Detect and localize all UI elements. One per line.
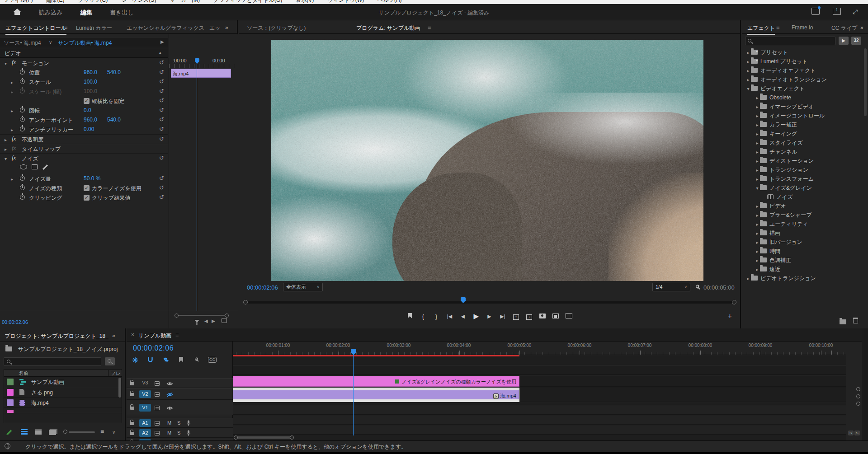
delete-icon[interactable] — [853, 318, 858, 323]
checkbox-checked-icon[interactable] — [84, 195, 90, 201]
stopwatch-icon[interactable] — [20, 185, 25, 190]
sync-lock-icon[interactable] — [155, 392, 160, 397]
menu-edit[interactable]: 編集(E) — [46, 0, 64, 4]
meter-solo-badge[interactable]: S — [854, 431, 860, 435]
lock-icon[interactable] — [130, 432, 134, 435]
tree-obsolete[interactable]: Obsolete — [742, 93, 863, 102]
project-item-sequence[interactable]: サンプル動画 — [4, 377, 122, 387]
checkbox-checked-icon[interactable] — [84, 98, 90, 104]
reset-icon[interactable]: ↺ — [159, 78, 164, 85]
meter-solo-badge[interactable]: S — [848, 431, 854, 435]
tree-noise-grain[interactable]: ノイズ&グレイン — [742, 183, 863, 192]
tree-audio-transitions[interactable]: オーディオトランジション — [742, 75, 863, 84]
fullscreen-icon[interactable]: ⤢ — [853, 8, 858, 16]
anchor-y-value[interactable]: 540.0 — [107, 117, 121, 123]
stopwatch-icon[interactable] — [20, 117, 25, 122]
track-head-a1[interactable]: A1 M S — [127, 418, 233, 428]
accelerated-effects-badge[interactable]: ▶̶ — [839, 37, 849, 45]
comparison-view-icon[interactable] — [550, 313, 561, 320]
tab-effects[interactable]: エフェクト — [747, 24, 775, 32]
search-bin-icon[interactable] — [105, 357, 115, 365]
list-view-icon[interactable] — [21, 429, 28, 435]
tab-sequence[interactable]: サンプル動画 — [138, 332, 171, 340]
menu-file[interactable]: ファイル(F) — [4, 0, 33, 4]
chevron-right-icon[interactable] — [755, 229, 760, 238]
tree-keying[interactable]: キーイング — [742, 129, 863, 138]
panel-menu-icon[interactable]: ≡ — [64, 24, 68, 31]
track-a1-lane[interactable] — [233, 405, 846, 415]
tree-channel[interactable]: チャンネル — [742, 147, 863, 156]
chevron-right-icon[interactable] — [755, 174, 760, 184]
lock-icon[interactable] — [130, 382, 134, 385]
program-video-preview[interactable] — [271, 40, 703, 281]
chevron-right-icon[interactable] — [755, 156, 760, 166]
effect-opacity[interactable]: fx 不透明度 ↺ — [0, 134, 168, 144]
tab-source-monitor[interactable]: ソース：(クリップなし) — [247, 24, 306, 32]
mute-button[interactable]: M — [167, 430, 171, 435]
fx-icon[interactable]: fx — [12, 135, 16, 142]
sync-lock-icon[interactable] — [155, 406, 160, 410]
snap-magnet-icon[interactable] — [147, 357, 153, 363]
chevron-right-icon[interactable] — [755, 247, 760, 256]
tree-video-transitions[interactable]: ビデオトランジション — [742, 274, 863, 283]
tab-overflow-icon[interactable]: » — [225, 24, 228, 31]
reset-icon[interactable]: ↺ — [159, 136, 164, 142]
tab-edit[interactable]: 編集 — [80, 9, 92, 17]
ecp-zoom-bar[interactable] — [177, 315, 227, 316]
effect-motion[interactable]: fx モーション ↺ — [0, 58, 168, 68]
chevron-right-icon[interactable] — [11, 108, 13, 114]
stopwatch-icon[interactable] — [20, 79, 25, 84]
checkbox-checked-icon[interactable] — [84, 185, 90, 191]
step-forward-icon[interactable]: ▶ — [484, 314, 495, 319]
label-chip[interactable] — [7, 379, 14, 385]
zoom-slider-track[interactable] — [69, 431, 95, 433]
prev-keyframe-icon[interactable]: ◀ — [204, 318, 208, 323]
tree-audio-effects[interactable]: オーディオエフェクト — [742, 66, 863, 75]
param-scale[interactable]: スケール 100.0 ↺ — [0, 77, 168, 87]
chevron-down-icon[interactable] — [745, 84, 751, 94]
tab-overflow-clipped[interactable]: エッ — [209, 24, 221, 32]
chevron-down-icon[interactable]: ∨ — [112, 430, 115, 435]
tab-export[interactable]: 書き出し — [110, 9, 134, 17]
clip-sea-video[interactable]: fx 海.mp4 — [233, 388, 519, 402]
sync-lock-icon[interactable] — [155, 421, 160, 426]
project-item-partial[interactable] — [4, 408, 122, 413]
chevron-right-icon[interactable] — [5, 136, 7, 143]
reset-icon[interactable]: ↺ — [159, 154, 164, 161]
sync-status-icon[interactable] — [5, 443, 10, 449]
solo-button[interactable]: S — [177, 420, 180, 426]
track-v1-lane[interactable]: fx 海.mp4 — [233, 387, 846, 402]
chevron-right-icon[interactable] — [745, 274, 751, 283]
param-antiflicker[interactable]: アンチフリッカー 0.00 ↺ — [0, 125, 168, 134]
reset-icon[interactable]: ↺ — [159, 116, 164, 123]
tab-program-monitor[interactable]: プログラム: サンプル動画 — [356, 24, 420, 32]
32bit-color-badge[interactable]: 32 — [851, 37, 861, 45]
track-target-v3[interactable]: V3 — [139, 380, 151, 385]
antiflicker-value[interactable]: 0.00 — [84, 126, 94, 132]
tab-overflow-icon[interactable]: » — [860, 24, 863, 31]
zoom-slider-handle[interactable] — [63, 430, 67, 434]
freeform-view-icon[interactable] — [49, 430, 56, 435]
chevron-right-icon[interactable] — [755, 120, 760, 130]
track-target-a2[interactable]: A2 — [139, 429, 151, 437]
menu-graphics[interactable]: グラフィックとタイトル(G) — [213, 0, 282, 4]
goto-out-icon[interactable]: ▶| — [497, 314, 509, 319]
panel-menu-icon[interactable]: ≡ — [175, 332, 179, 338]
fx-icon[interactable]: fx — [12, 59, 16, 66]
param-uniform-scale[interactable]: 縦横比を固定 ↺ — [0, 96, 168, 106]
position-y-value[interactable]: 540.0 — [107, 69, 121, 75]
stopwatch-icon[interactable] — [20, 195, 25, 200]
mute-button[interactable]: M — [167, 420, 171, 426]
extract-icon[interactable]: ↓ — [524, 313, 535, 320]
tab-cc-libraries[interactable]: CC ライブ — [831, 24, 858, 32]
param-position[interactable]: 位置 960.0 540.0 ↺ — [0, 68, 168, 77]
timeline-playhead-line[interactable] — [353, 354, 354, 435]
menu-help[interactable]: ヘルプ(H) — [377, 0, 402, 4]
tab-essential-graphics[interactable]: エッセンシャルグラフィックス — [127, 24, 204, 32]
chevron-right-icon[interactable] — [755, 147, 760, 157]
tab-lumetri-color[interactable]: Lumetri カラー — [76, 24, 112, 32]
mic-icon[interactable] — [186, 430, 191, 436]
play-icon[interactable]: ▶ — [470, 312, 482, 320]
linked-selection-icon[interactable] — [163, 357, 169, 363]
timeline-settings-wrench-icon[interactable] — [193, 356, 199, 363]
